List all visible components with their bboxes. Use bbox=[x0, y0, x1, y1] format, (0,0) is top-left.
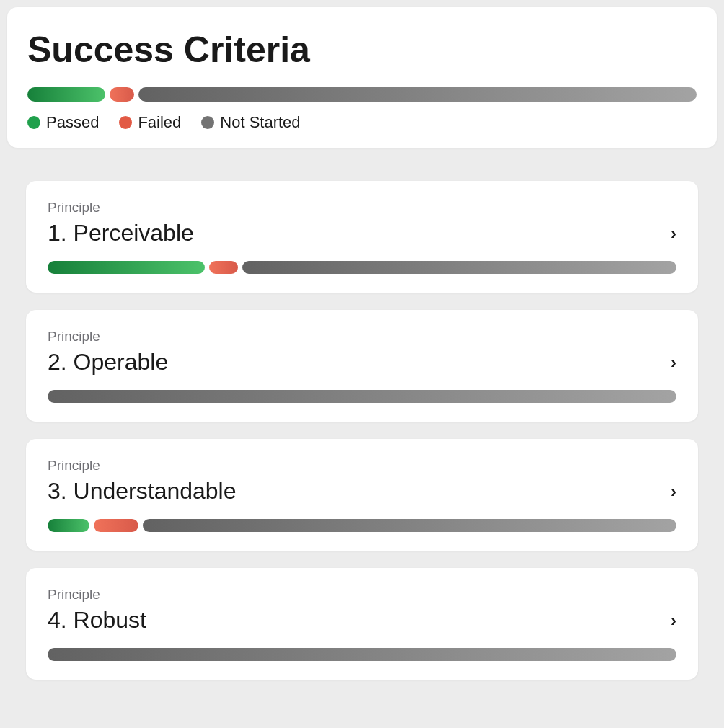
passed-segment bbox=[48, 519, 89, 532]
principle-card-4[interactable]: Principle4. Robust› bbox=[26, 568, 698, 680]
legend-failed-label: Failed bbox=[138, 113, 181, 132]
principle-card-1[interactable]: Principle1. Perceivable› bbox=[26, 181, 698, 293]
dot-passed-icon bbox=[27, 116, 40, 129]
dot-notstarted-icon bbox=[201, 116, 214, 129]
legend-passed: Passed bbox=[27, 113, 99, 132]
chevron-right-icon: › bbox=[671, 354, 676, 371]
failed-segment bbox=[94, 519, 138, 532]
legend-passed-label: Passed bbox=[46, 113, 99, 132]
passed-segment bbox=[48, 261, 205, 274]
chevron-right-icon: › bbox=[671, 612, 676, 629]
overall-failed-segment bbox=[110, 87, 134, 102]
principle-progress-bar bbox=[48, 390, 676, 403]
principle-label: Principle bbox=[48, 587, 676, 603]
notstarted-segment bbox=[242, 261, 676, 274]
notstarted-segment bbox=[48, 390, 676, 403]
chevron-right-icon: › bbox=[671, 483, 676, 500]
chevron-right-icon: › bbox=[671, 225, 676, 242]
legend-notstarted-label: Not Started bbox=[220, 113, 300, 132]
principle-header-row: 3. Understandable› bbox=[48, 478, 676, 505]
principle-card-2[interactable]: Principle2. Operable› bbox=[26, 310, 698, 422]
notstarted-segment bbox=[143, 519, 676, 532]
principle-title: 1. Perceivable bbox=[48, 220, 194, 247]
overall-progress-bar bbox=[27, 87, 697, 102]
principle-label: Principle bbox=[48, 458, 676, 474]
principle-header-row: 4. Robust› bbox=[48, 607, 676, 634]
principle-title: 2. Operable bbox=[48, 349, 168, 376]
overall-passed-segment bbox=[27, 87, 105, 102]
principle-title: 4. Robust bbox=[48, 607, 146, 634]
legend: Passed Failed Not Started bbox=[27, 113, 697, 132]
page-title: Success Criteria bbox=[27, 30, 697, 70]
legend-failed: Failed bbox=[119, 113, 181, 132]
principles-section: Principle1. Perceivable›Principle2. Oper… bbox=[7, 165, 717, 713]
principle-progress-bar bbox=[48, 261, 676, 274]
failed-segment bbox=[209, 261, 238, 274]
principle-label: Principle bbox=[48, 200, 676, 216]
principle-label: Principle bbox=[48, 329, 676, 345]
principle-header-row: 2. Operable› bbox=[48, 349, 676, 376]
principle-header-row: 1. Perceivable› bbox=[48, 220, 676, 247]
overall-notstarted-segment bbox=[138, 87, 697, 102]
principle-progress-bar bbox=[48, 519, 676, 532]
principle-progress-bar bbox=[48, 648, 676, 661]
summary-card: Success Criteria Passed Failed Not Start… bbox=[7, 7, 717, 148]
legend-notstarted: Not Started bbox=[201, 113, 300, 132]
dot-failed-icon bbox=[119, 116, 132, 129]
notstarted-segment bbox=[48, 648, 676, 661]
principle-card-3[interactable]: Principle3. Understandable› bbox=[26, 439, 698, 551]
principle-title: 3. Understandable bbox=[48, 478, 237, 505]
